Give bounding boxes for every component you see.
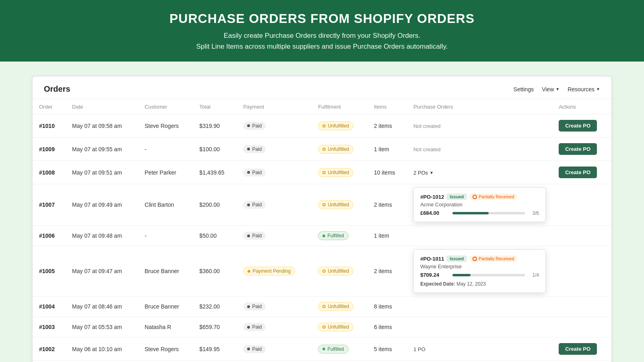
- order-number: #1007: [33, 184, 66, 226]
- po-progress-row: £684.00 3/6: [420, 210, 539, 216]
- action-cell: Create PO: [552, 114, 611, 138]
- col-purchase-orders: Purchase Orders: [407, 99, 552, 114]
- order-number: #1006: [33, 226, 66, 246]
- action-cell: Create PO: [552, 161, 611, 184]
- order-number: #1003: [33, 317, 66, 337]
- order-date: May 07 at 09:51 am: [66, 161, 138, 184]
- payment-badge: Paid: [243, 122, 266, 130]
- items-cell: 5 items: [367, 337, 407, 361]
- po-dropdown[interactable]: 2 POs ▼: [413, 170, 433, 176]
- table-row: #1007 May 07 at 09:49 am Clint Barton $2…: [33, 184, 611, 226]
- table-row: #1005 May 07 at 09:47 am Bruce Banner $3…: [33, 246, 611, 296]
- table-row: #1004 May 07 at 08:46 am Bruce Banner $2…: [33, 296, 611, 317]
- po-detail-line1: #PO-1011 Issued Partially Received: [420, 255, 539, 262]
- customer-name: -: [138, 226, 193, 246]
- table-row: #1002 May 06 at 10:10 am Steve Rogers $1…: [33, 337, 611, 361]
- po-partially-received-badge: Partially Received: [469, 255, 517, 262]
- col-order: Order: [33, 99, 66, 114]
- col-items: Items: [367, 99, 407, 114]
- create-po-button[interactable]: Create PO: [559, 120, 597, 132]
- fulfilment-cell: Fulfilled: [312, 226, 367, 246]
- payment-badge: Paid: [243, 145, 266, 153]
- paid-dot-icon: [247, 204, 250, 206]
- resources-button[interactable]: Resources ▼: [568, 86, 600, 93]
- order-number: #1010: [33, 114, 66, 138]
- customer-name: Steve Rogers: [138, 337, 193, 361]
- order-total: $149.95: [193, 337, 237, 361]
- order-date: May 07 at 09:55 am: [66, 138, 138, 161]
- payment-cell: Paid: [237, 114, 312, 138]
- orders-table: Order Date Customer Total Payment Fulfil…: [33, 99, 611, 362]
- fulfilment-cell: Unfulfilled: [312, 246, 367, 296]
- po-issued-badge: Issued: [446, 193, 467, 200]
- unfulfilled-dot-icon: [322, 124, 326, 128]
- card-header: Orders Settings View ▼ Resources ▼: [33, 76, 611, 99]
- po-cell: [407, 317, 552, 337]
- po-partially-received-badge: Partially Received: [469, 193, 517, 200]
- order-total: $100.00: [193, 138, 237, 161]
- action-cell: [552, 184, 611, 226]
- fulfilment-cell: Unfulfilled: [312, 138, 367, 161]
- fulfilment-badge: Unfulfilled: [318, 145, 353, 154]
- po-progress-row: $709.24 1/4: [420, 272, 539, 278]
- banner: PURCHASE ORDERS FROM SHOPIFY ORDERS Easi…: [0, 0, 644, 62]
- col-date: Date: [66, 99, 138, 114]
- payment-badge: Paid: [243, 302, 266, 311]
- order-total: $360.00: [193, 246, 237, 296]
- order-date: May 06 at 10:10 am: [66, 337, 138, 361]
- unfulfilled-dot-icon: [322, 148, 326, 151]
- table-row: #1003 May 07 at 05:53 am Natasha R $659.…: [33, 317, 611, 337]
- items-cell: 2 items: [367, 114, 407, 138]
- po-cell: 2 POs ▼: [407, 161, 552, 184]
- po-cell: 1 PO: [407, 337, 552, 361]
- create-po-button[interactable]: Create PO: [559, 143, 597, 155]
- action-cell: [552, 296, 611, 317]
- action-cell: Create PO: [552, 337, 611, 361]
- unfulfilled-dot-icon: [322, 305, 326, 308]
- items-cell: 1 item: [367, 226, 407, 246]
- progress-bar-fill: [452, 212, 489, 214]
- po-chevron-icon: ▼: [429, 171, 433, 175]
- fulfilment-cell: Unfulfilled: [312, 114, 367, 138]
- banner-subtitle: Easily create Purchase Orders directly f…: [16, 30, 628, 52]
- po-issued-badge: Issued: [446, 255, 467, 262]
- po-not-created: Not created: [413, 123, 440, 129]
- unfulfilled-dot-icon: [322, 325, 326, 329]
- order-number: #1005: [33, 246, 66, 296]
- progress-bar-background: [452, 212, 525, 214]
- order-date: May 07 at 09:47 am: [66, 246, 138, 296]
- paid-dot-icon: [247, 305, 250, 308]
- col-actions: Actions: [552, 99, 611, 114]
- items-cell: 2 items: [367, 246, 407, 296]
- fulfilment-badge: Unfulfilled: [318, 121, 353, 130]
- order-total: $232.00: [193, 296, 237, 317]
- paid-dot-icon: [247, 171, 250, 174]
- action-cell: [552, 246, 611, 296]
- fulfilment-badge: Unfulfilled: [318, 267, 353, 276]
- paid-dot-icon: [247, 148, 250, 150]
- fulfilment-badge: Fulfilled: [318, 345, 348, 354]
- fulfilment-cell: Unfulfilled: [312, 296, 367, 317]
- customer-name: Steve Rogers: [138, 114, 193, 138]
- table-row: #1010 May 07 at 09:58 am Steve Rogers $3…: [33, 114, 611, 138]
- items-cell: 2 items: [367, 184, 407, 226]
- view-chevron-icon: ▼: [555, 87, 559, 91]
- create-po-button[interactable]: Create PO: [559, 343, 597, 355]
- items-cell: 1 item: [367, 138, 407, 161]
- settings-button[interactable]: Settings: [514, 86, 534, 93]
- progress-bar-background: [452, 274, 525, 276]
- po-detail-popup: #PO-1012 Issued Partially Received Acme …: [413, 187, 546, 222]
- view-button[interactable]: View ▼: [542, 86, 559, 93]
- payment-badge: Paid: [243, 345, 266, 353]
- table-row: #1008 May 07 at 09:51 am Peter Parker $1…: [33, 161, 611, 184]
- order-total: $50.00: [193, 226, 237, 246]
- items-cell: 10 items: [367, 161, 407, 184]
- col-fulfilment: Fulfilment: [312, 99, 367, 114]
- fulfilment-cell: Unfulfilled: [312, 317, 367, 337]
- payment-cell: Payment Pending: [237, 246, 312, 296]
- order-total: $1,439.65: [193, 161, 237, 184]
- table-header-row: Order Date Customer Total Payment Fulfil…: [33, 99, 611, 114]
- fulfilment-badge: Unfulfilled: [318, 200, 353, 209]
- create-po-button[interactable]: Create PO: [559, 167, 597, 178]
- payment-badge: Paid: [243, 323, 266, 331]
